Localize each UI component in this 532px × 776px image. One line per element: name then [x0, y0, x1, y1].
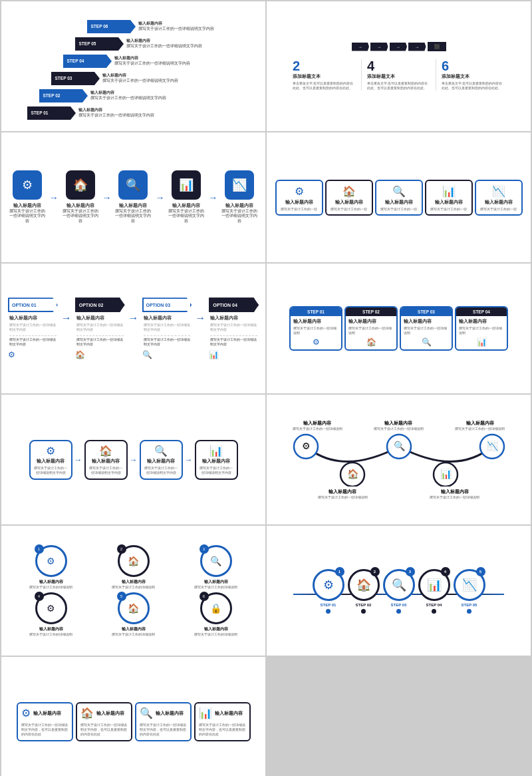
- num-badge-1: 1: [35, 544, 44, 554]
- option-chart-icon: 📊: [209, 350, 219, 359]
- ct-dot-5: [467, 609, 471, 614]
- step-boxes-container: STEP 01 输入标题内容 撰写关于设计工作的一些详细说明 ⚙ STEP 02…: [273, 306, 524, 351]
- rsb-search-icon: 🔍: [140, 707, 153, 719]
- box-icon-5: 📉: [225, 170, 254, 200]
- cell-right-step-boxes: ⚙ 输入标题内容 撰写关于设计工作的一些详细说明文字内容，也可以直接复制您的内容…: [1, 657, 265, 776]
- option-item-3: OPTION 03 输入标题内容 撰写关于设计工作的一些详细说明文字内容 撰写关…: [142, 297, 192, 359]
- num-circle-6: 6 🔒: [200, 592, 232, 624]
- ct-num-1: 1: [335, 567, 344, 576]
- box-icon-3: 🔍: [118, 170, 148, 200]
- info-item-1: 2 添加标题文本 单击更改文字,也可以直接复制您的内容在此处。也可以直接复制您的…: [293, 59, 356, 91]
- stair-step-1: STEP 01 输入标题内容 撰写关于设计工作的一些详细说明文字内容: [27, 106, 154, 120]
- option-item-1: OPTION 01 输入标题内容 撰写关于设计工作的一些详细说明文字内容 撰写关…: [8, 297, 58, 359]
- num-circle-item-6: 6 🔒 输入标题内容 撰写关于设计工作的详细说明: [176, 592, 255, 637]
- connector-1: →: [49, 192, 59, 203]
- box-item-4: 📊 输入标题内容 撰写关于设计工作的一些详细说明文字内容: [167, 170, 205, 224]
- option-banner-3: OPTION 03: [142, 297, 192, 312]
- ct-circle-4: 📊 4: [418, 569, 450, 601]
- conn-arrow-3: →: [185, 455, 193, 465]
- option-home-icon: 🏠: [75, 350, 85, 359]
- option-banner-2: OPTION 02: [75, 297, 125, 312]
- rsb-icon-row-1: ⚙ 输入标题内容: [18, 703, 72, 723]
- arrow-step-2: →: [370, 43, 388, 51]
- conn-arrow-2: →: [130, 455, 138, 465]
- main-grid: STEP 01 输入标题内容 撰写关于设计工作的一些详细说明文字内容 STEP …: [0, 0, 532, 776]
- box-text-5: 输入标题内容 撰写关于设计工作的一些详细说明文字内容: [220, 202, 259, 224]
- num-circle-item-2: 2 🏠 输入标题内容 撰写关于设计工作的详细说明: [94, 545, 173, 590]
- step-box-search-icon: 🔍: [404, 337, 449, 347]
- step-box-body-1: 输入标题内容 撰写关于设计工作的一些详细说明 ⚙: [291, 316, 341, 349]
- num-badge-6: 6: [200, 592, 209, 601]
- conn-box-2: 🏠 输入标题内容 撰写关于设计工作的一些详细说明文字内容: [84, 440, 128, 480]
- arrow-step-4: →: [408, 43, 426, 51]
- num-circle-item-3: 3 🔍 输入标题内容 撰写关于设计工作的详细说明: [176, 545, 255, 590]
- info-item-2: 4 添加标题文本 单击更改文字,也可以直接复制您的内容在此处。也可以直接复制您的…: [367, 59, 430, 91]
- info-item-3: 6 添加标题文本 单击更改文字,也可以直接复制您的内容在此处。也可以直接复制您的…: [442, 59, 505, 91]
- pent-item-4: 📊 输入标题内容 撰写关于设计工作的一些: [425, 180, 473, 216]
- rsb-item-2: 🏠 输入标题内容 撰写关于设计工作的一些详细说明文字内容，也可以直接复制您的内容…: [76, 702, 132, 741]
- option-search-icon: 🔍: [142, 350, 152, 359]
- cell-connected-boxes: ⚙ 输入标题内容 撰写关于设计工作的一些详细说明文字内容 → 🏠 输入标题内容 …: [1, 395, 265, 524]
- conn-search-icon: 🔍: [154, 445, 168, 457]
- pent-pie-icon: 📉: [492, 185, 505, 198]
- pent-flow-container: ⚙ 输入标题内容 撰写关于设计工作的一些 🏠 输入标题内容 撰写关于设计工作的一…: [273, 180, 524, 216]
- num-badge-4: 4: [35, 592, 44, 601]
- ct-dot-3: [396, 609, 401, 614]
- conn-chart-icon: 📊: [209, 445, 223, 457]
- connector-2: →: [102, 192, 112, 203]
- cell-circle-timeline: ⚙ 1 STEP 01 🏠 2 STEP 02 🔍: [267, 526, 531, 656]
- option-body-2: 输入标题内容 撰写关于设计工作的一些详细说明文字内容 撰写关于设计工作的一些详细…: [75, 315, 125, 347]
- conn-box-3: 🔍 输入标题内容 撰写关于设计工作的一些详细说明文字内容: [140, 440, 183, 480]
- num-circle-item-4: 4 ⚙ 输入标题内容 撰写关于设计工作的详细说明: [11, 592, 90, 637]
- num-badge-5: 5: [117, 592, 126, 601]
- cell-pin-chart: 输入标题内容 撰写关于设计工作的一些详细说明 输入标题内容 撰写关于设计工作的一…: [267, 395, 531, 524]
- ct-circle-1: ⚙ 1: [313, 569, 344, 601]
- box-item-5: 📉 输入标题内容 撰写关于设计工作的一些详细说明文字内容: [220, 170, 259, 224]
- num-circle-item-5: 5 🏠 输入标题内容 撰写关于设计工作的详细说明: [94, 592, 173, 637]
- box-icon-2: 🏠: [66, 170, 95, 200]
- ct-item-1: ⚙ 1 STEP 01: [313, 569, 344, 616]
- ct-item-4: 📊 4 STEP 04: [418, 569, 450, 616]
- cell-staircase: STEP 01 输入标题内容 撰写关于设计工作的一些详细说明文字内容 STEP …: [1, 1, 265, 131]
- cell-box-flow: ⚙ 输入标题内容 撰写关于设计工作的一些详细说明文字内容 → 🏠 输入标题内容 …: [1, 132, 265, 262]
- conn-arrow-1: →: [74, 455, 82, 465]
- pent-item-5: 📉 输入标题内容 撰写关于设计工作的一些: [475, 180, 523, 216]
- stair-step-3: STEP 03 输入标题内容 撰写关于设计工作的一些详细说明文字内容: [51, 72, 178, 85]
- num-badge-3: 3: [200, 544, 209, 554]
- right-step-boxes-container: ⚙ 输入标题内容 撰写关于设计工作的一些详细说明文字内容，也可以直接复制您的内容…: [8, 702, 259, 741]
- arrow-step-5: ⬛: [428, 42, 446, 51]
- option-gear-icon: ⚙: [8, 350, 15, 359]
- connector-3: →: [155, 192, 164, 203]
- rsb-icon-row-2: 🏠 输入标题内容: [77, 703, 131, 723]
- box-icon-1: ⚙: [13, 170, 42, 200]
- cell-option-flow: OPTION 01 输入标题内容 撰写关于设计工作的一些详细说明文字内容 撰写关…: [1, 264, 265, 393]
- num-circles-container: 1 ⚙ 输入标题内容 撰写关于设计工作的详细说明 2 🏠 输入标题内容 撰写关于…: [8, 542, 259, 640]
- connected-flow-container: ⚙ 输入标题内容 撰写关于设计工作的一些详细说明文字内容 → 🏠 输入标题内容 …: [8, 440, 259, 480]
- box-item-3: 🔍 输入标题内容 撰写关于设计工作的一些详细说明文字内容: [114, 170, 153, 224]
- cell-pent-flow: ⚙ 输入标题内容 撰写关于设计工作的一些 🏠 输入标题内容 撰写关于设计工作的一…: [267, 132, 531, 262]
- box-icon-4: 📊: [172, 170, 201, 200]
- svg-text:📊: 📊: [440, 469, 452, 480]
- box-item-2: 🏠 输入标题内容 撰写关于设计工作的一些详细说明文字内容: [61, 170, 100, 224]
- svg-text:🏠: 🏠: [346, 469, 358, 480]
- ct-circle-5: 📉 5: [454, 569, 485, 601]
- option-body-3: 输入标题内容 撰写关于设计工作的一些详细说明文字内容 撰写关于设计工作的一些详细…: [142, 315, 192, 347]
- pent-search-icon: 🔍: [392, 185, 406, 198]
- cell-step-boxes: STEP 01 输入标题内容 撰写关于设计工作的一些详细说明 ⚙ STEP 02…: [267, 264, 531, 393]
- option-item-2: OPTION 02 输入标题内容 撰写关于设计工作的一些详细说明文字内容 撰写关…: [75, 297, 125, 359]
- ct-circle-2: 🏠 2: [348, 569, 380, 601]
- box-text-2: 输入标题内容 撰写关于设计工作的一些详细说明文字内容: [61, 202, 100, 224]
- num-circle-5: 5 🏠: [118, 592, 150, 624]
- ct-dot-4: [432, 609, 436, 614]
- num-badge-2: 2: [117, 544, 126, 554]
- step-box-4: STEP 04 输入标题内容 撰写关于设计工作的一些详细说明 📊: [455, 306, 508, 351]
- step-box-3: STEP 03 输入标题内容 撰写关于设计工作的一些详细说明 🔍: [400, 306, 453, 351]
- option-banner-4: OPTION 04: [209, 297, 259, 312]
- option-body-1: 输入标题内容 撰写关于设计工作的一些详细说明文字内容 撰写关于设计工作的一些详细…: [8, 315, 58, 347]
- box-text-1: 输入标题内容 撰写关于设计工作的一些详细说明文字内容: [8, 202, 47, 224]
- box-item-1: ⚙ 输入标题内容 撰写关于设计工作的一些详细说明文字内容: [8, 170, 47, 224]
- option-flow-container: OPTION 01 输入标题内容 撰写关于设计工作的一些详细说明文字内容 撰写关…: [8, 297, 259, 359]
- pent-item-2: 🏠 输入标题内容 撰写关于设计工作的一些: [325, 180, 373, 216]
- ct-num-3: 3: [406, 567, 415, 576]
- ct-dot-1: [326, 609, 331, 614]
